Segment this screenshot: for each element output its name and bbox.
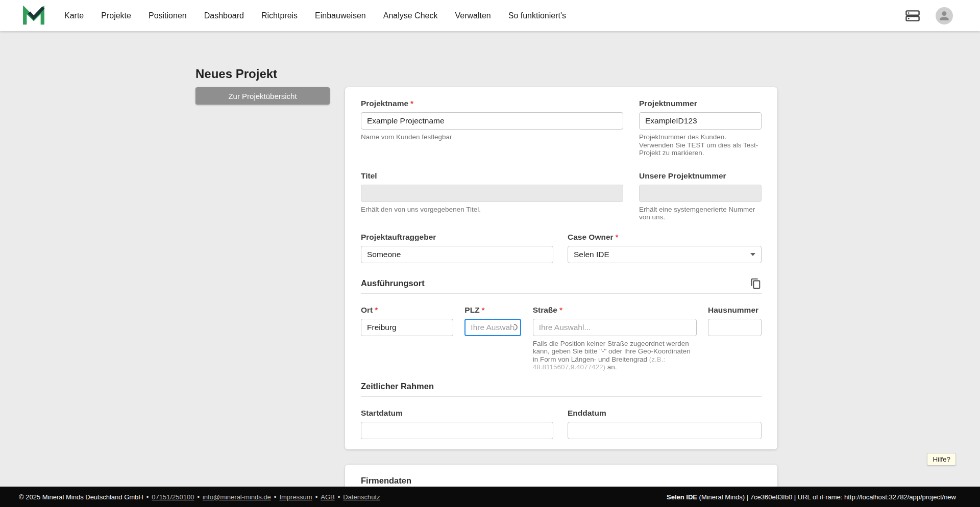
hausnummer-label-text: Hausnummer (708, 306, 758, 314)
section-divider (361, 396, 762, 397)
ort-label: Ort* (361, 305, 453, 315)
page-footer: © 2025 Mineral Minds Deutschland GmbH • … (0, 487, 980, 507)
logo-icon (22, 6, 45, 26)
footer-separator: • (338, 493, 340, 501)
strasse-input[interactable] (533, 319, 697, 336)
nav-karte[interactable]: Karte (64, 11, 84, 20)
case-owner-select[interactable]: Selen IDE (568, 246, 762, 263)
enddatum-input[interactable] (568, 422, 762, 439)
page-content: Neues Projekt Zur Projektübersicht Proje… (0, 31, 980, 487)
nav-richtpreis[interactable]: Richtpreis (261, 11, 298, 20)
person-icon (938, 9, 951, 22)
firmendaten-card: Firmendaten (345, 465, 777, 487)
footer-email-link[interactable]: info@mineral-minds.de (203, 493, 271, 501)
required-marker: * (482, 306, 485, 314)
projektauftraggeber-input[interactable] (361, 246, 553, 263)
projektname-helper: Name vom Kunden festlegbar (361, 133, 623, 141)
page-title: Neues Projekt (195, 67, 980, 81)
hausnummer-field: Hausnummer (708, 305, 762, 371)
user-avatar[interactable] (936, 7, 953, 24)
projektname-label: Projektname* (361, 98, 623, 108)
ort-label-text: Ort (361, 306, 373, 314)
projektnummer-input[interactable] (639, 112, 762, 130)
strasse-label: Straße* (533, 305, 697, 315)
ort-field: Ort* (361, 305, 453, 371)
footer-datenschutz-link[interactable]: Datenschutz (343, 493, 380, 501)
case-owner-field: Case Owner* Selen IDE (568, 232, 762, 263)
enddatum-label: Enddatum (568, 408, 762, 418)
section-divider (361, 293, 762, 294)
case-owner-selected-value: Selen IDE (574, 250, 609, 259)
titel-helper: Erhält den von uns vorgegebenen Titel. (361, 206, 623, 214)
main-column: Projektname* Name vom Kunden festlegbar … (345, 87, 777, 487)
project-form-card: Projektname* Name vom Kunden festlegbar … (345, 87, 777, 449)
projektnummer-label: Projektnummer (639, 98, 762, 108)
projektauftraggeber-field: Projektauftraggeber (361, 232, 553, 263)
startdatum-input[interactable] (361, 422, 553, 439)
app-logo[interactable] (22, 6, 45, 26)
enddatum-field: Enddatum (568, 408, 762, 439)
footer-separator: • (274, 493, 277, 501)
startdatum-field: Startdatum (361, 408, 553, 439)
caret-down-icon (750, 253, 755, 256)
unsere-projektnummer-label: Unsere Projektnummer (639, 171, 762, 181)
zeitlicher-rahmen-heading: Zeitlicher Rahmen (361, 382, 434, 391)
titel-label-text: Titel (361, 171, 377, 180)
nav-einbauweisen[interactable]: Einbauweisen (315, 11, 366, 20)
ausfuehrungsort-section-header: Ausführungsort (361, 278, 762, 289)
projektauftraggeber-label: Projektauftraggeber (361, 232, 553, 242)
projektname-label-text: Projektname (361, 99, 408, 108)
required-marker: * (375, 306, 378, 314)
titel-field: Titel Erhält den von uns vorgegebenen Ti… (361, 171, 623, 221)
footer-phone-link[interactable]: 07151/250100 (152, 493, 194, 501)
hausnummer-input[interactable] (708, 319, 762, 336)
strasse-helper-suffix: an. (605, 363, 617, 371)
nav-so-funktionierts[interactable]: So funktioniert's (508, 11, 566, 20)
plz-field: PLZ* (464, 305, 521, 371)
projektname-field: Projektname* Name vom Kunden festlegbar (361, 98, 623, 157)
nav-dashboard[interactable]: Dashboard (204, 11, 244, 20)
footer-agb-link[interactable]: AGB (321, 493, 334, 501)
copy-icon[interactable] (750, 278, 762, 289)
hilfe-button[interactable]: Hilfe? (927, 453, 956, 466)
required-marker: * (616, 233, 619, 241)
footer-session-details: (Mineral Minds) | 7ce360e83fb0 | URL of … (697, 493, 956, 501)
projektname-input[interactable] (361, 112, 623, 130)
unsere-projektnummer-helper: Erhält eine systemgenerierte Nummer von … (639, 206, 762, 221)
footer-separator: • (197, 493, 200, 501)
plz-label-text: PLZ (464, 306, 479, 314)
titel-label: Titel (361, 171, 623, 181)
navbar-right (905, 7, 953, 24)
strasse-label-text: Straße (533, 306, 557, 314)
footer-left: © 2025 Mineral Minds Deutschland GmbH • … (19, 493, 380, 501)
main-nav: Karte Projekte Positionen Dashboard Rich… (64, 11, 566, 20)
case-owner-label-text: Case Owner (568, 233, 614, 241)
nav-projekte[interactable]: Projekte (101, 11, 131, 20)
strasse-helper-main: Falls die Position keiner Straße zugeord… (533, 340, 691, 363)
server-icon[interactable] (905, 10, 920, 22)
unsere-projektnummer-input (639, 185, 762, 202)
plz-label: PLZ* (464, 305, 521, 315)
projektauftraggeber-label-text: Projektauftraggeber (361, 233, 436, 241)
unsere-projektnummer-field: Unsere Projektnummer Erhält eine systemg… (639, 171, 762, 221)
footer-copyright: © 2025 Mineral Minds Deutschland GmbH (19, 493, 143, 501)
projektnummer-field: Projektnummer Projektnummer des Kunden. … (639, 98, 762, 157)
strasse-field: Straße* Falls die Position keiner Straße… (533, 305, 697, 371)
titel-input (361, 185, 623, 202)
nav-analyse-check[interactable]: Analyse Check (383, 11, 438, 20)
ort-input[interactable] (361, 319, 453, 336)
projektnummer-label-text: Projektnummer (639, 99, 697, 108)
left-column: Zur Projektübersicht (195, 87, 330, 105)
footer-user-name: Selen IDE (667, 493, 697, 501)
firmendaten-heading: Firmendaten (361, 476, 411, 486)
hausnummer-label: Hausnummer (708, 305, 762, 315)
zeitlicher-rahmen-section-header: Zeitlicher Rahmen (361, 382, 762, 392)
strasse-helper: Falls die Position keiner Straße zugeord… (533, 340, 697, 371)
footer-impressum-link[interactable]: Impressum (279, 493, 312, 501)
required-marker: * (559, 306, 562, 314)
zur-projektuebersicht-button[interactable]: Zur Projektübersicht (195, 87, 330, 105)
projektnummer-helper: Projektnummer des Kunden. Verwenden Sie … (639, 133, 762, 157)
nav-verwalten[interactable]: Verwalten (455, 11, 491, 20)
nav-positionen[interactable]: Positionen (149, 11, 187, 20)
case-owner-label: Case Owner* (568, 232, 762, 242)
